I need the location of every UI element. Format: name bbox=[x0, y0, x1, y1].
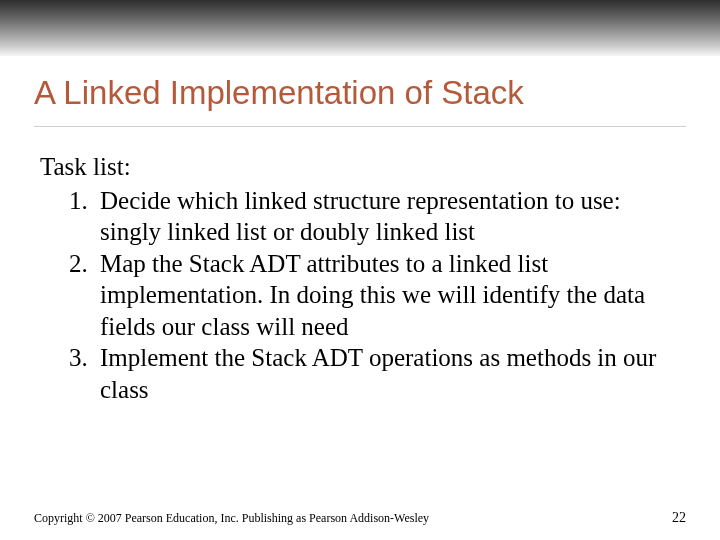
copyright-text: Copyright © 2007 Pearson Education, Inc.… bbox=[34, 511, 429, 526]
task-item: Map the Stack ADT attributes to a linked… bbox=[94, 248, 672, 343]
slide: A Linked Implementation of Stack Task li… bbox=[0, 0, 720, 540]
task-item: Decide which linked structure representa… bbox=[94, 185, 672, 248]
slide-body: Task list: Decide which linked structure… bbox=[0, 127, 720, 405]
top-gradient-bar bbox=[0, 0, 720, 56]
slide-footer: Copyright © 2007 Pearson Education, Inc.… bbox=[34, 510, 686, 526]
page-number: 22 bbox=[672, 510, 686, 526]
task-list: Decide which linked structure representa… bbox=[40, 185, 672, 406]
task-list-heading: Task list: bbox=[40, 151, 672, 183]
task-item: Implement the Stack ADT operations as me… bbox=[94, 342, 672, 405]
slide-title: A Linked Implementation of Stack bbox=[0, 56, 720, 118]
